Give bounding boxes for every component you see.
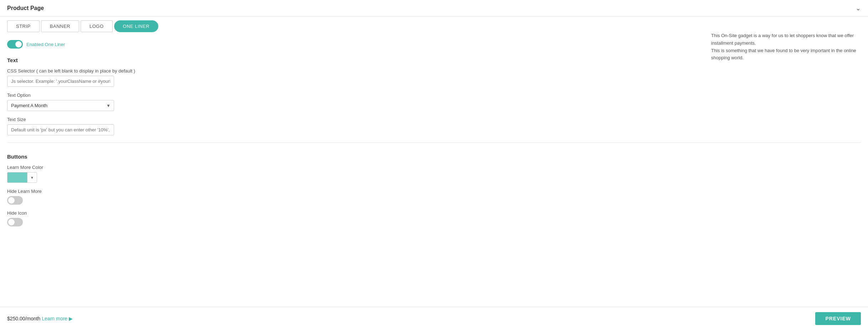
learn-more-color-group: Learn More Color ▼ xyxy=(7,165,861,183)
learn-more-color-label: Learn More Color xyxy=(7,165,861,170)
css-selector-input[interactable] xyxy=(7,76,114,87)
toggle-label: Enabled One Liner xyxy=(26,42,65,47)
page-title: Product Page xyxy=(7,5,44,11)
text-size-group: Text Size xyxy=(7,117,861,135)
text-size-input[interactable] xyxy=(7,124,114,135)
css-selector-group: CSS Selector ( can be left blank to disp… xyxy=(7,68,861,87)
text-option-select-wrapper: Payment A Month As Low As Starting At On… xyxy=(7,100,114,111)
buttons-section-title: Buttons xyxy=(7,154,861,160)
learn-more-arrow-icon: ▶ xyxy=(69,316,73,321)
collapse-icon[interactable]: ⌄ xyxy=(856,4,861,12)
hide-icon-toggle[interactable] xyxy=(7,218,23,226)
css-selector-label: CSS Selector ( can be left blank to disp… xyxy=(7,68,861,74)
text-option-label: Text Option xyxy=(7,92,861,98)
color-picker-row: ▼ xyxy=(7,172,861,183)
hide-icon-label: Hide Icon xyxy=(7,210,861,216)
enabled-toggle[interactable] xyxy=(7,40,23,49)
tab-banner[interactable]: BANNER xyxy=(41,20,79,32)
learn-more-link[interactable]: Learn more xyxy=(42,316,68,321)
section-divider xyxy=(7,142,861,143)
hide-learn-more-group: Hide Learn More xyxy=(7,189,861,205)
bottom-bar: $250.00/month Learn more ▶ PREVIEW xyxy=(0,307,868,330)
description-line1: This On-Site gadget is a way for us to l… xyxy=(711,33,854,46)
color-dropdown-button[interactable]: ▼ xyxy=(27,172,37,183)
text-size-label: Text Size xyxy=(7,117,861,122)
text-option-group: Text Option Payment A Month As Low As St… xyxy=(7,92,861,111)
hide-icon-group: Hide Icon xyxy=(7,210,861,226)
tab-logo[interactable]: LOGO xyxy=(81,20,113,32)
page-wrapper: Product Page ⌄ STRIP BANNER LOGO ONE LIN… xyxy=(0,0,868,330)
color-swatch[interactable] xyxy=(7,172,27,183)
preview-button[interactable]: PREVIEW xyxy=(815,312,861,325)
text-section: Text CSS Selector ( can be left blank to… xyxy=(7,54,861,135)
description-line2: This is something that we have found to … xyxy=(711,48,856,61)
text-option-select[interactable]: Payment A Month As Low As Starting At On… xyxy=(7,100,114,111)
tab-strip[interactable]: STRIP xyxy=(7,20,40,32)
description-box: This On-Site gadget is a way for us to l… xyxy=(711,32,861,62)
buttons-section: Buttons Learn More Color ▼ Hide Learn Mo… xyxy=(7,150,861,226)
hide-learn-more-toggle[interactable] xyxy=(7,196,23,205)
page-header: Product Page ⌄ xyxy=(0,0,868,17)
tab-one-liner[interactable]: ONE LINER xyxy=(114,20,159,32)
payment-amount: $250.00/month xyxy=(7,316,40,321)
main-content: Text CSS Selector ( can be left blank to… xyxy=(0,50,868,262)
hide-learn-more-label: Hide Learn More xyxy=(7,189,861,194)
payment-preview: $250.00/month Learn more ▶ xyxy=(7,316,73,321)
